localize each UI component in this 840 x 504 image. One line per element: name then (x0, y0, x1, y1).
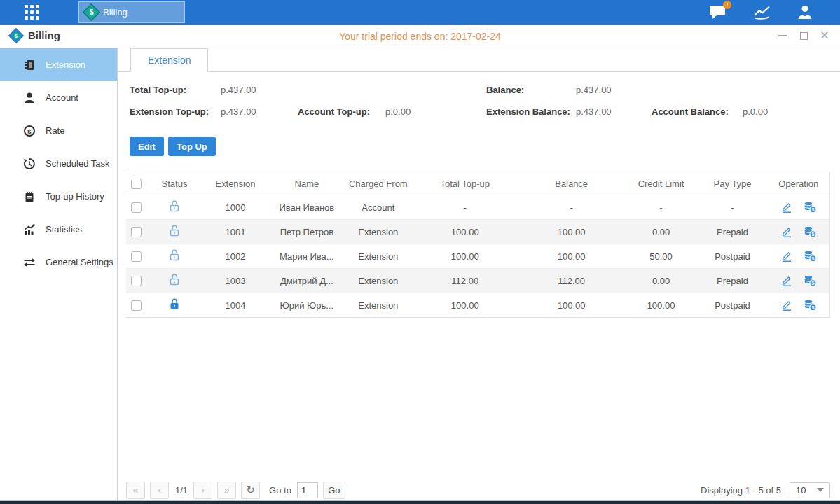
history-clock-icon (23, 158, 36, 170)
col-operation: Operation (767, 172, 829, 195)
taskbar-item-label: Billing (103, 7, 128, 18)
col-name: Name (269, 172, 345, 195)
goto-page-input[interactable] (297, 482, 318, 498)
unlocked-icon[interactable] (168, 248, 181, 262)
sidebar-item-general-settings[interactable]: General Settings (0, 246, 117, 279)
table-row[interactable]: 1002Мария Ива...Extension100.00100.0050.… (126, 244, 830, 269)
cell-pay-type: Prepaid (698, 269, 768, 293)
sidebar-item-label: Statistics (46, 224, 82, 234)
edit-icon[interactable] (780, 225, 793, 238)
sidebar-item-statistics[interactable]: Statistics (0, 213, 117, 246)
topup-coins-icon[interactable]: $ (803, 225, 817, 238)
cell-credit-limit: 50.00 (625, 244, 698, 269)
unlocked-icon[interactable] (168, 273, 181, 286)
edit-icon[interactable] (780, 299, 793, 312)
top-up-button[interactable]: Top Up (168, 136, 216, 156)
tab-strip: Extension (118, 48, 840, 72)
cell-balance: 100.00 (518, 293, 625, 318)
account-topup-value: p.0.00 (385, 106, 411, 117)
dollar-circle-icon: $ (23, 125, 36, 137)
svg-text:$: $ (811, 256, 814, 262)
balance-label: Balance: (486, 85, 524, 95)
sidebar-item-topup-history[interactable]: Top-up History (0, 180, 117, 213)
table-row[interactable]: 1004Юрий Юрь...Extension100.00100.00100.… (126, 293, 830, 318)
total-topup-value: p.437.00 (221, 85, 256, 95)
edit-icon[interactable] (780, 201, 793, 214)
cell-charged-from: Extension (345, 220, 412, 244)
row-checkbox[interactable] (131, 202, 142, 213)
topup-coins-icon[interactable]: $ (803, 299, 817, 312)
cell-name: Мария Ива... (269, 244, 345, 269)
sidebar-item-label: Extension (46, 59, 85, 70)
row-checkbox[interactable] (131, 276, 142, 286)
cell-total-topup: 112.00 (412, 269, 518, 293)
col-pay-type: Pay Type (698, 172, 768, 195)
taskbar-item-billing[interactable]: $ Billing (78, 1, 185, 23)
close-icon[interactable]: ✕ (819, 30, 830, 41)
maximize-icon[interactable] (798, 30, 809, 41)
select-all-checkbox[interactable] (131, 178, 142, 189)
refresh-icon[interactable]: ↻ (241, 482, 260, 499)
cell-credit-limit: 0.00 (625, 269, 698, 293)
extension-table: Status Extension Name Charged From Total… (126, 172, 830, 318)
cell-extension: 1003 (202, 269, 269, 293)
cell-pay-type: Postpaid (698, 244, 768, 269)
billing-app-icon: $ (84, 5, 99, 20)
go-button[interactable]: Go (323, 482, 345, 499)
table-header-row: Status Extension Name Charged From Total… (126, 172, 830, 195)
col-extension: Extension (202, 172, 269, 195)
account-topup-label: Account Top-up: (298, 106, 370, 117)
next-page-button[interactable]: › (193, 482, 212, 499)
unlocked-icon[interactable] (168, 224, 181, 237)
tab-extension[interactable]: Extension (130, 48, 208, 72)
cell-credit-limit: 100.00 (625, 293, 698, 318)
person-icon (23, 92, 36, 104)
col-balance: Balance (518, 172, 625, 195)
cell-balance: 100.00 (518, 220, 625, 244)
account-balance-value: p.0.00 (743, 106, 768, 117)
locked-icon[interactable] (168, 298, 181, 311)
statistics-chart-icon[interactable] (753, 4, 771, 20)
unlocked-icon[interactable] (168, 200, 181, 213)
user-account-icon[interactable] (797, 4, 813, 21)
table-row[interactable]: 1003Дмитрий Д...Extension112.00112.000.0… (126, 269, 830, 293)
total-topup-label: Total Top-up: (130, 85, 186, 95)
row-checkbox[interactable] (131, 300, 142, 311)
cell-credit-limit: - (625, 195, 698, 220)
sidebar-item-extension[interactable]: Extension (0, 48, 117, 81)
page-indicator: 1/1 (175, 485, 188, 496)
edit-button[interactable]: Edit (130, 136, 164, 156)
page-size-value: 10 (796, 485, 806, 496)
edit-icon[interactable] (780, 274, 793, 287)
table-row[interactable]: 1000Иван ИвановAccount----$ (126, 195, 830, 220)
row-checkbox[interactable] (131, 227, 142, 237)
sidebar: Extension Account $ Rate Scheduled Task (0, 48, 118, 500)
app-grid-icon[interactable] (25, 5, 46, 20)
sidebar-item-account[interactable]: Account (0, 81, 117, 114)
cell-extension: 1001 (202, 220, 269, 244)
minimize-icon[interactable] (777, 30, 788, 41)
first-page-button[interactable]: « (126, 482, 145, 499)
last-page-button[interactable]: » (217, 482, 236, 499)
balance-value: p.437.00 (576, 85, 612, 95)
cell-pay-type: Prepaid (698, 220, 768, 244)
row-checkbox[interactable] (131, 251, 142, 262)
table-row[interactable]: 1001Петр ПетровExtension100.00100.000.00… (126, 220, 830, 244)
sidebar-item-rate[interactable]: $ Rate (0, 114, 117, 147)
topup-coins-icon[interactable]: $ (803, 201, 817, 214)
sidebar-item-label: General Settings (46, 257, 113, 267)
window-title-bar: $ Billing Your trial period ends on: 201… (0, 24, 840, 48)
topup-coins-icon[interactable]: $ (803, 250, 817, 262)
topup-coins-icon[interactable]: $ (803, 274, 817, 287)
cell-credit-limit: 0.00 (625, 220, 698, 244)
sidebar-item-scheduled-task[interactable]: Scheduled Task (0, 147, 117, 180)
cell-total-topup: 100.00 (412, 220, 518, 244)
svg-text:$: $ (811, 281, 814, 286)
svg-text:$: $ (811, 207, 814, 213)
page-size-select[interactable]: 10 (790, 482, 830, 498)
cell-name: Дмитрий Д... (269, 269, 345, 293)
extension-topup-label: Extension Top-up: (130, 106, 209, 117)
messages-icon[interactable]: ! (709, 4, 727, 20)
prev-page-button[interactable]: ‹ (150, 482, 169, 499)
edit-icon[interactable] (780, 250, 793, 262)
